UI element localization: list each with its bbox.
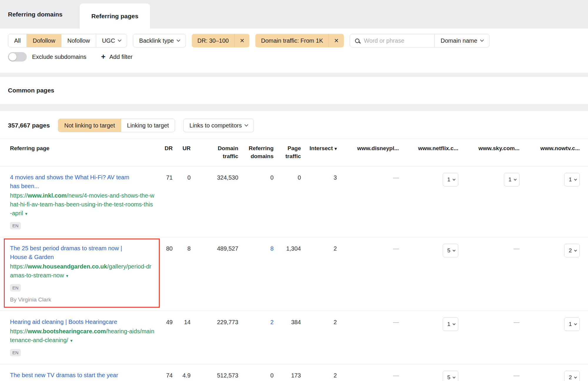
target-filter-segmented: Not linking to target Linking to target bbox=[58, 119, 175, 132]
ur-value: 4.9 bbox=[173, 371, 191, 380]
rel-filter-dofollow[interactable]: Dofollow bbox=[26, 34, 61, 47]
page-traffic-value: 1,304 bbox=[274, 244, 301, 253]
referring-page-link[interactable]: 4 movies and shows the What Hi-Fi? AV te… bbox=[10, 173, 136, 190]
exclude-subdomains-label: Exclude subdomains bbox=[32, 54, 86, 60]
header-competitor-netflix[interactable]: www.netflix.c... bbox=[399, 144, 458, 152]
rel-filter-nofollow[interactable]: Nofollow bbox=[61, 34, 96, 47]
table-row-highlighted: The 25 best period dramas to stream now … bbox=[0, 237, 588, 311]
referring-page-link[interactable]: Hearing aid cleaning | Boots Hearingcare bbox=[10, 317, 136, 326]
link-count-select[interactable]: 2 bbox=[564, 371, 580, 381]
header-competitor-nowtv[interactable]: www.nowtv.c... bbox=[519, 144, 580, 152]
header-dr[interactable]: DR bbox=[154, 144, 173, 152]
close-icon[interactable]: ✕ bbox=[234, 34, 250, 47]
link-count-select[interactable]: 1 bbox=[504, 173, 519, 186]
author-byline: By Virginia Clark bbox=[10, 296, 154, 303]
ur-value: 14 bbox=[173, 317, 191, 327]
language-badge: EN bbox=[10, 284, 21, 291]
intersect-value: 2 bbox=[301, 244, 337, 253]
page-traffic-value: 0 bbox=[274, 173, 301, 182]
link-count-select[interactable]: 5 bbox=[443, 371, 458, 381]
chevron-down-icon bbox=[118, 38, 121, 42]
header-domain-traffic[interactable]: Domain traffic bbox=[191, 144, 238, 160]
close-icon[interactable]: ✕ bbox=[329, 34, 344, 47]
page-traffic-value: 384 bbox=[274, 317, 301, 327]
referring-pages-table: Referring page DR UR Domain traffic Refe… bbox=[0, 139, 588, 381]
link-count-select[interactable]: 1 bbox=[564, 173, 580, 186]
intersect-value: 3 bbox=[301, 173, 337, 182]
language-badge: EN bbox=[10, 222, 21, 229]
header-referring-domains[interactable]: Referring domains bbox=[238, 144, 274, 160]
header-page-traffic[interactable]: Page traffic bbox=[274, 144, 301, 160]
search-box bbox=[350, 34, 434, 47]
chevron-down-icon bbox=[574, 249, 577, 252]
dr-value: 49 bbox=[154, 317, 173, 327]
referring-domains-link[interactable]: 2 bbox=[238, 317, 274, 327]
links-to-competitors-dropdown[interactable]: Links to competitors bbox=[183, 119, 254, 132]
target-filter-linking[interactable]: Linking to target bbox=[121, 119, 175, 132]
header-ur[interactable]: UR bbox=[173, 144, 191, 152]
referring-page-link[interactable]: The 25 best period dramas to stream now … bbox=[10, 244, 136, 261]
referring-page-cell: The 25 best period dramas to stream now … bbox=[0, 244, 154, 303]
chevron-down-icon bbox=[453, 376, 456, 379]
table-row: Hearing aid cleaning | Boots Hearingcare… bbox=[0, 311, 588, 364]
sort-desc-icon: ▾ bbox=[334, 146, 337, 151]
no-link-dash: — bbox=[393, 174, 399, 181]
ur-value: 8 bbox=[173, 244, 191, 253]
link-count-select[interactable]: 1 bbox=[564, 317, 580, 331]
header-competitor-disneyplus[interactable]: www.disneypl... bbox=[337, 144, 399, 152]
url-expand-icon[interactable]: ▾ bbox=[66, 273, 68, 278]
link-count-select[interactable]: 1 bbox=[443, 317, 458, 331]
table-row: The best new TV dramas to start the year… bbox=[0, 364, 588, 381]
url-expand-icon[interactable]: ▾ bbox=[70, 338, 73, 343]
dr-value: 71 bbox=[154, 173, 173, 182]
referring-domains-link[interactable]: 8 bbox=[238, 244, 274, 253]
tab-referring-pages[interactable]: Referring pages bbox=[80, 4, 150, 29]
filter-chip-domain-traffic: Domain traffic: From 1K ✕ bbox=[255, 34, 344, 47]
referring-domains-value: 0 bbox=[238, 173, 274, 182]
domain-traffic-value: 512,573 bbox=[191, 371, 238, 380]
referring-page-url[interactable]: https://www.houseandgarden.co.uk/gallery… bbox=[10, 262, 154, 280]
tab-referring-domains[interactable]: Referring domains bbox=[8, 0, 71, 29]
results-count: 357,667 pages bbox=[8, 122, 50, 129]
target-filter-not-linking[interactable]: Not linking to target bbox=[58, 119, 121, 132]
referring-domains-value: 0 bbox=[238, 371, 274, 380]
results-toolbar: 357,667 pages Not linking to target Link… bbox=[0, 111, 588, 132]
referring-page-link[interactable]: The best new TV dramas to start the year bbox=[10, 371, 136, 380]
search-group: Domain name bbox=[350, 34, 489, 47]
rel-filter-all[interactable]: All bbox=[8, 34, 26, 47]
domain-traffic-value: 324,530 bbox=[191, 173, 238, 182]
header-intersect[interactable]: Intersect▾ bbox=[301, 144, 337, 153]
backlink-type-dropdown[interactable]: Backlink type bbox=[133, 34, 186, 47]
filter-chip-dr: DR: 30–100 ✕ bbox=[192, 34, 250, 47]
chevron-down-icon bbox=[453, 249, 456, 252]
add-filter-button[interactable]: + Add filter bbox=[101, 54, 133, 60]
toggle-knob bbox=[9, 53, 16, 61]
link-count-select[interactable]: 1 bbox=[443, 173, 458, 186]
header-competitor-sky[interactable]: www.sky.com... bbox=[458, 144, 519, 152]
exclude-subdomains-toggle[interactable] bbox=[8, 52, 27, 62]
link-count-select[interactable]: 5 bbox=[443, 244, 458, 257]
search-input[interactable] bbox=[363, 37, 429, 44]
page-traffic-value: 173 bbox=[274, 371, 301, 380]
url-expand-icon[interactable]: ▾ bbox=[25, 211, 27, 216]
no-link-dash: — bbox=[514, 245, 519, 252]
no-link-dash: — bbox=[393, 319, 399, 325]
search-mode-dropdown[interactable]: Domain name bbox=[434, 34, 489, 47]
table-row: 4 movies and shows the What Hi-Fi? AV te… bbox=[0, 166, 588, 237]
link-count-select[interactable]: 2 bbox=[564, 244, 580, 257]
chevron-down-icon bbox=[453, 178, 456, 181]
filter-chip-dr-label[interactable]: DR: 30–100 bbox=[192, 34, 234, 47]
chevron-down-icon bbox=[574, 376, 577, 379]
no-link-dash: — bbox=[514, 319, 519, 325]
chevron-down-icon bbox=[480, 38, 484, 42]
search-icon bbox=[355, 39, 359, 43]
rel-filter-ugc[interactable]: UGC bbox=[96, 34, 127, 47]
header-referring-page[interactable]: Referring page bbox=[0, 144, 154, 152]
chevron-down-icon bbox=[453, 322, 456, 325]
chevron-down-icon bbox=[514, 178, 517, 181]
filter-chip-domain-traffic-label[interactable]: Domain traffic: From 1K bbox=[255, 34, 329, 47]
section-title: Common pages bbox=[0, 77, 588, 104]
referring-page-url[interactable]: https://www.bootshearingcare.com/hearing… bbox=[10, 327, 154, 345]
no-link-dash: — bbox=[393, 245, 399, 252]
referring-page-url[interactable]: https://www.inkl.com/news/4-movies-and-s… bbox=[10, 191, 154, 218]
